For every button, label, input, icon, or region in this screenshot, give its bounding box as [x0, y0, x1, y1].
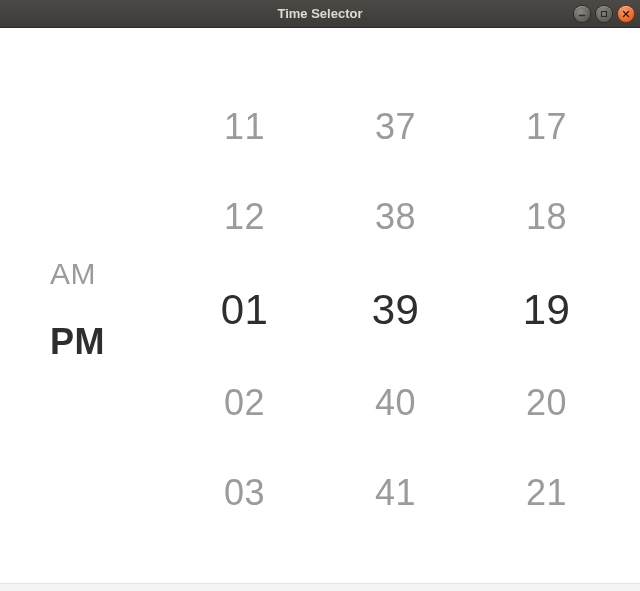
seconds-cell[interactable]: 18: [526, 196, 567, 238]
minimize-icon: [578, 10, 586, 18]
minimize-button[interactable]: [574, 6, 590, 22]
seconds-column[interactable]: 17 18 19 20 21: [471, 106, 622, 514]
minutes-cell[interactable]: 37: [375, 106, 416, 148]
minutes-cell-selected[interactable]: 39: [372, 286, 420, 334]
ampm-option-pm[interactable]: PM: [50, 321, 105, 363]
ampm-option-am[interactable]: AM: [50, 257, 96, 291]
ampm-column[interactable]: AM PM: [18, 183, 169, 437]
window-title: Time Selector: [0, 6, 640, 21]
client-area: AM PM 11 12 01 02 03 37 38 39 40 41 17 1…: [0, 28, 640, 591]
window-controls: [574, 6, 634, 22]
minutes-cell[interactable]: 40: [375, 382, 416, 424]
maximize-icon: [600, 10, 608, 18]
svg-rect-1: [602, 11, 607, 16]
minutes-column[interactable]: 37 38 39 40 41: [320, 106, 471, 514]
minutes-cell[interactable]: 41: [375, 472, 416, 514]
hours-cell[interactable]: 12: [224, 196, 265, 238]
hours-cell-selected[interactable]: 01: [221, 286, 269, 334]
hours-cell[interactable]: 03: [224, 472, 265, 514]
hours-cell[interactable]: 11: [224, 106, 265, 148]
seconds-cell[interactable]: 20: [526, 382, 567, 424]
close-icon: [622, 10, 630, 18]
seconds-cell[interactable]: 17: [526, 106, 567, 148]
seconds-cell-selected[interactable]: 19: [523, 286, 571, 334]
footer-separator: [0, 583, 640, 591]
hours-column[interactable]: 11 12 01 02 03: [169, 106, 320, 514]
maximize-button[interactable]: [596, 6, 612, 22]
seconds-cell[interactable]: 21: [526, 472, 567, 514]
titlebar: Time Selector: [0, 0, 640, 28]
hours-cell[interactable]: 02: [224, 382, 265, 424]
close-button[interactable]: [618, 6, 634, 22]
time-picker: AM PM 11 12 01 02 03 37 38 39 40 41 17 1…: [18, 53, 622, 567]
minutes-cell[interactable]: 38: [375, 196, 416, 238]
